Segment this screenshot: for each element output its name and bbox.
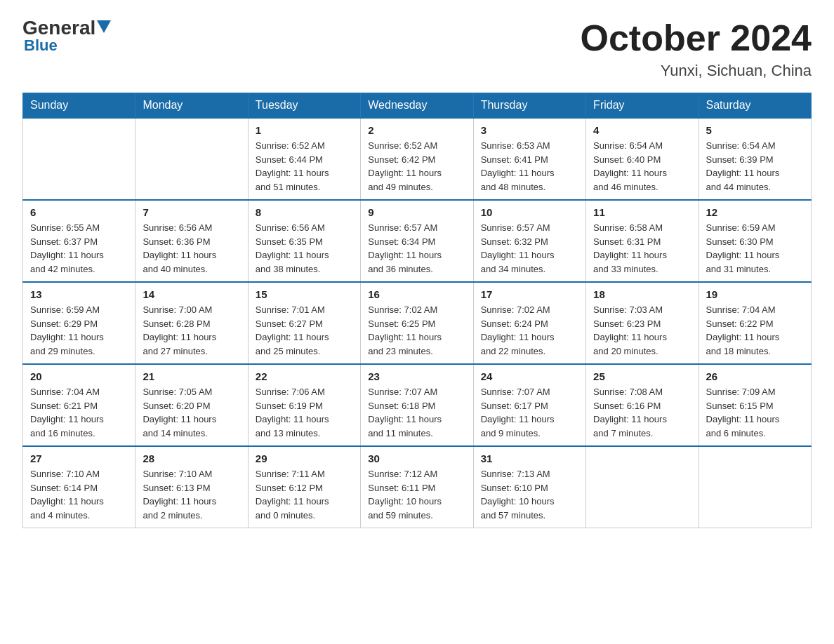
day-info: Sunrise: 6:54 AMSunset: 6:39 PMDaylight:…	[706, 139, 804, 194]
day-number: 27	[30, 452, 128, 464]
day-info: Sunrise: 7:06 AMSunset: 6:19 PMDaylight:…	[256, 385, 353, 440]
week-row-3: 13Sunrise: 6:59 AMSunset: 6:29 PMDayligh…	[23, 282, 812, 364]
day-number: 28	[143, 452, 240, 464]
day-number: 23	[368, 370, 465, 382]
day-number: 9	[368, 206, 465, 218]
header-day-wednesday: Wednesday	[361, 93, 473, 119]
day-info: Sunrise: 7:04 AMSunset: 6:22 PMDaylight:…	[706, 303, 804, 358]
day-number: 12	[706, 206, 804, 218]
header-day-tuesday: Tuesday	[248, 93, 360, 119]
day-number: 1	[256, 124, 353, 136]
day-number: 14	[143, 288, 240, 300]
day-info: Sunrise: 6:52 AMSunset: 6:44 PMDaylight:…	[256, 139, 353, 194]
day-info: Sunrise: 6:55 AMSunset: 6:37 PMDaylight:…	[30, 221, 128, 276]
day-number: 8	[256, 206, 353, 218]
calendar-cell: 17Sunrise: 7:02 AMSunset: 6:24 PMDayligh…	[473, 282, 585, 364]
day-info: Sunrise: 7:00 AMSunset: 6:28 PMDaylight:…	[143, 303, 240, 358]
calendar-cell: 7Sunrise: 6:56 AMSunset: 6:36 PMDaylight…	[135, 200, 248, 282]
day-number: 20	[30, 370, 128, 382]
day-info: Sunrise: 7:02 AMSunset: 6:25 PMDaylight:…	[368, 303, 465, 358]
calendar-cell: 13Sunrise: 6:59 AMSunset: 6:29 PMDayligh…	[23, 282, 135, 364]
day-info: Sunrise: 6:52 AMSunset: 6:42 PMDaylight:…	[368, 139, 465, 194]
calendar-cell: 6Sunrise: 6:55 AMSunset: 6:37 PMDaylight…	[23, 200, 135, 282]
day-info: Sunrise: 7:03 AMSunset: 6:23 PMDaylight:…	[593, 303, 691, 358]
calendar-cell: 10Sunrise: 6:57 AMSunset: 6:32 PMDayligh…	[473, 200, 585, 282]
day-number: 3	[481, 124, 578, 136]
header-day-monday: Monday	[135, 93, 248, 119]
day-info: Sunrise: 7:10 AMSunset: 6:13 PMDaylight:…	[143, 467, 240, 522]
calendar-cell: 23Sunrise: 7:07 AMSunset: 6:18 PMDayligh…	[361, 364, 473, 446]
calendar-cell: 24Sunrise: 7:07 AMSunset: 6:17 PMDayligh…	[473, 364, 585, 446]
calendar-cell: 31Sunrise: 7:13 AMSunset: 6:10 PMDayligh…	[473, 446, 585, 528]
day-info: Sunrise: 7:05 AMSunset: 6:20 PMDaylight:…	[143, 385, 240, 440]
calendar-cell	[699, 446, 811, 528]
calendar-cell: 25Sunrise: 7:08 AMSunset: 6:16 PMDayligh…	[586, 364, 699, 446]
day-number: 22	[256, 370, 353, 382]
day-number: 15	[256, 288, 353, 300]
day-info: Sunrise: 7:08 AMSunset: 6:16 PMDaylight:…	[593, 385, 691, 440]
day-number: 11	[593, 206, 691, 218]
calendar-cell: 11Sunrise: 6:58 AMSunset: 6:31 PMDayligh…	[586, 200, 699, 282]
day-number: 5	[706, 124, 804, 136]
day-number: 24	[481, 370, 578, 382]
day-number: 18	[593, 288, 691, 300]
week-row-5: 27Sunrise: 7:10 AMSunset: 6:14 PMDayligh…	[23, 446, 812, 528]
calendar-cell: 9Sunrise: 6:57 AMSunset: 6:34 PMDaylight…	[361, 200, 473, 282]
day-info: Sunrise: 6:57 AMSunset: 6:34 PMDaylight:…	[368, 221, 465, 276]
week-row-4: 20Sunrise: 7:04 AMSunset: 6:21 PMDayligh…	[23, 364, 812, 446]
calendar-cell: 19Sunrise: 7:04 AMSunset: 6:22 PMDayligh…	[699, 282, 811, 364]
calendar-cell	[23, 118, 135, 200]
calendar-cell: 20Sunrise: 7:04 AMSunset: 6:21 PMDayligh…	[23, 364, 135, 446]
day-info: Sunrise: 6:56 AMSunset: 6:35 PMDaylight:…	[256, 221, 353, 276]
day-number: 31	[481, 452, 578, 464]
header-day-saturday: Saturday	[699, 93, 811, 119]
day-number: 17	[481, 288, 578, 300]
day-number: 6	[30, 206, 128, 218]
day-info: Sunrise: 6:59 AMSunset: 6:29 PMDaylight:…	[30, 303, 128, 358]
day-info: Sunrise: 7:10 AMSunset: 6:14 PMDaylight:…	[30, 467, 128, 522]
calendar-cell: 15Sunrise: 7:01 AMSunset: 6:27 PMDayligh…	[248, 282, 360, 364]
calendar-subtitle: Yunxi, Sichuan, China	[581, 62, 812, 80]
week-row-1: 1Sunrise: 6:52 AMSunset: 6:44 PMDaylight…	[23, 118, 812, 200]
day-number: 26	[706, 370, 804, 382]
calendar-cell: 26Sunrise: 7:09 AMSunset: 6:15 PMDayligh…	[699, 364, 811, 446]
calendar-title: October 2024	[581, 17, 812, 59]
header-row: SundayMondayTuesdayWednesdayThursdayFrid…	[23, 93, 812, 119]
calendar-cell	[135, 118, 248, 200]
day-number: 29	[256, 452, 353, 464]
header-area: General Blue October 2024 Yunxi, Sichuan…	[22, 17, 812, 80]
day-info: Sunrise: 6:56 AMSunset: 6:36 PMDaylight:…	[143, 221, 240, 276]
logo-area: General Blue	[22, 17, 112, 55]
day-info: Sunrise: 7:04 AMSunset: 6:21 PMDaylight:…	[30, 385, 128, 440]
day-info: Sunrise: 7:09 AMSunset: 6:15 PMDaylight:…	[706, 385, 804, 440]
day-info: Sunrise: 6:57 AMSunset: 6:32 PMDaylight:…	[481, 221, 578, 276]
calendar-cell: 1Sunrise: 6:52 AMSunset: 6:44 PMDaylight…	[248, 118, 360, 200]
day-number: 2	[368, 124, 465, 136]
header-day-friday: Friday	[586, 93, 699, 119]
day-number: 21	[143, 370, 240, 382]
day-info: Sunrise: 7:13 AMSunset: 6:10 PMDaylight:…	[481, 467, 578, 522]
day-info: Sunrise: 7:12 AMSunset: 6:11 PMDaylight:…	[368, 467, 465, 522]
calendar-cell: 27Sunrise: 7:10 AMSunset: 6:14 PMDayligh…	[23, 446, 135, 528]
calendar-cell: 18Sunrise: 7:03 AMSunset: 6:23 PMDayligh…	[586, 282, 699, 364]
day-info: Sunrise: 6:53 AMSunset: 6:41 PMDaylight:…	[481, 139, 578, 194]
day-number: 4	[593, 124, 691, 136]
day-info: Sunrise: 7:11 AMSunset: 6:12 PMDaylight:…	[256, 467, 353, 522]
calendar-cell: 12Sunrise: 6:59 AMSunset: 6:30 PMDayligh…	[699, 200, 811, 282]
day-info: Sunrise: 7:07 AMSunset: 6:17 PMDaylight:…	[481, 385, 578, 440]
calendar-cell: 3Sunrise: 6:53 AMSunset: 6:41 PMDaylight…	[473, 118, 585, 200]
logo-blue: Blue	[24, 36, 58, 55]
calendar-cell: 29Sunrise: 7:11 AMSunset: 6:12 PMDayligh…	[248, 446, 360, 528]
day-number: 30	[368, 452, 465, 464]
day-number: 13	[30, 288, 128, 300]
calendar-cell: 30Sunrise: 7:12 AMSunset: 6:11 PMDayligh…	[361, 446, 473, 528]
day-info: Sunrise: 6:59 AMSunset: 6:30 PMDaylight:…	[706, 221, 804, 276]
calendar-cell: 21Sunrise: 7:05 AMSunset: 6:20 PMDayligh…	[135, 364, 248, 446]
calendar-cell: 16Sunrise: 7:02 AMSunset: 6:25 PMDayligh…	[361, 282, 473, 364]
day-number: 25	[593, 370, 691, 382]
day-number: 7	[143, 206, 240, 218]
calendar-cell: 2Sunrise: 6:52 AMSunset: 6:42 PMDaylight…	[361, 118, 473, 200]
logo-triangle-icon	[97, 20, 111, 33]
header-day-sunday: Sunday	[23, 93, 135, 119]
day-info: Sunrise: 6:54 AMSunset: 6:40 PMDaylight:…	[593, 139, 691, 194]
